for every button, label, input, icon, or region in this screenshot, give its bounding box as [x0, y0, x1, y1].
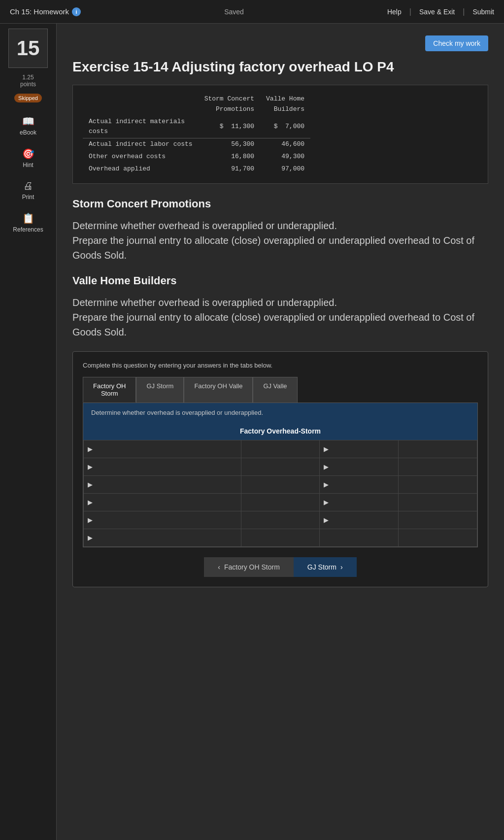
cell-col4 — [399, 493, 477, 511]
cell-arrow: ▶ — [84, 493, 241, 511]
tab-description: Determine whether overhead is overapplie… — [83, 403, 477, 422]
prev-button[interactable]: ‹ Factory OH Storm — [204, 557, 293, 577]
hint-icon: 🎯 — [22, 148, 34, 160]
next-arrow-icon: › — [340, 563, 343, 571]
cell-col2 — [241, 440, 320, 458]
table-row: ▶ — [84, 529, 477, 546]
ebook-label: eBook — [20, 129, 36, 136]
cell-arrow: ▶ — [84, 458, 241, 475]
nav-actions: Help | Save & Exit | Submit — [387, 7, 494, 16]
submit-link[interactable]: Submit — [472, 8, 494, 16]
main-layout: 15 1.25 points Skipped 📖 eBook 🎯 Hint 🖨 … — [0, 24, 504, 840]
cell-col2 — [241, 529, 320, 546]
tab-gj-valle[interactable]: GJ Valle — [253, 377, 297, 403]
cell-col2 — [241, 458, 320, 475]
tab-factory-oh-valle[interactable]: Factory OH Valle — [184, 377, 253, 403]
cell-col2 — [241, 493, 320, 511]
skipped-badge: Skipped — [14, 94, 42, 102]
cell-col4 — [399, 440, 477, 458]
cell-col3: ▶ — [320, 511, 399, 529]
valle-section-heading: Valle Home Builders — [72, 274, 488, 287]
print-label: Print — [22, 194, 34, 201]
table-row: ▶ ▶ — [84, 458, 477, 475]
ebook-icon: 📖 — [22, 115, 34, 127]
references-icon: 📋 — [22, 212, 34, 224]
cell-col2 — [241, 475, 320, 493]
tab-gj-storm[interactable]: GJ Storm — [136, 377, 184, 403]
save-exit-link[interactable]: Save & Exit — [419, 8, 455, 16]
storm-section-heading: Storm Concert Promotions — [72, 198, 488, 210]
cell-col4 — [399, 475, 477, 493]
valle-instructions: Determine whether overhead is overapplie… — [72, 295, 488, 339]
print-icon: 🖨 — [23, 180, 33, 192]
cell-col4 — [399, 458, 477, 475]
cell-col4 — [399, 511, 477, 529]
exercise-title: Exercise 15-14 Adjusting factory overhea… — [72, 59, 488, 75]
oh-table-header: Factory Overhead-Storm — [83, 422, 477, 440]
cell-col4 — [399, 529, 477, 546]
question-number: 15 — [17, 36, 40, 60]
next-button-label: GJ Storm — [307, 563, 336, 571]
check-my-work-button[interactable]: Check my work — [425, 35, 488, 51]
tab-factory-oh-storm[interactable]: Factory OHStorm — [83, 377, 136, 403]
top-navigation: Ch 15: Homework i Saved Help | Save & Ex… — [0, 0, 504, 24]
cell-col3: ▶ — [320, 440, 399, 458]
sidebar-item-hint[interactable]: 🎯 Hint — [0, 143, 56, 173]
table-row: ▶ ▶ — [84, 493, 477, 511]
oh-table: ▶ ▶ ▶ ▶ ▶ — [83, 440, 477, 547]
sidebar-item-references[interactable]: 📋 References — [0, 207, 56, 238]
references-label: References — [13, 226, 43, 233]
question-number-box: 15 — [8, 29, 48, 68]
tab-content: Determine whether overhead is overapplie… — [83, 403, 478, 547]
data-table: Storm ConcertPromotions Valle HomeBuilde… — [72, 85, 488, 184]
info-icon[interactable]: i — [72, 7, 81, 16]
cell-col3: ▶ — [320, 493, 399, 511]
complete-instruction: Complete this question by entering your … — [83, 362, 478, 369]
cell-arrow: ▶ — [84, 475, 241, 493]
cell-arrow: ▶ — [84, 511, 241, 529]
cell-arrow: ▶ — [84, 529, 241, 546]
nav-title: Ch 15: Homework i — [10, 7, 81, 16]
saved-status: Saved — [81, 8, 387, 16]
hint-label: Hint — [23, 162, 33, 168]
table-row: ▶ ▶ — [84, 475, 477, 493]
prev-arrow-icon: ‹ — [218, 563, 220, 571]
navigation-buttons: ‹ Factory OH Storm GJ Storm › — [83, 557, 478, 577]
points-info: 1.25 points — [20, 74, 36, 88]
storm-instructions: Determine whether overhead is overapplie… — [72, 218, 488, 263]
help-link[interactable]: Help — [387, 8, 402, 16]
next-button[interactable]: GJ Storm › — [294, 557, 357, 577]
chapter-label: Ch 15: Homework — [10, 7, 69, 16]
sidebar-item-ebook[interactable]: 📖 eBook — [0, 110, 56, 141]
table-row: ▶ ▶ — [84, 440, 477, 458]
cell-col3: ▶ — [320, 458, 399, 475]
prev-button-label: Factory OH Storm — [224, 563, 280, 571]
cell-col3: ▶ — [320, 475, 399, 493]
oh-table-container: Factory Overhead-Storm ▶ ▶ ▶ ▶ — [83, 422, 477, 547]
table-row: ▶ ▶ — [84, 511, 477, 529]
main-content: Check my work Exercise 15-14 Adjusting f… — [57, 24, 504, 840]
cell-col3 — [320, 529, 399, 546]
cell-col2 — [241, 511, 320, 529]
content-header: Check my work — [72, 35, 488, 51]
cell-arrow: ▶ — [84, 440, 241, 458]
complete-question-box: Complete this question by entering your … — [72, 351, 488, 587]
sidebar: 15 1.25 points Skipped 📖 eBook 🎯 Hint 🖨 … — [0, 24, 57, 840]
tabs-row: Factory OHStorm GJ Storm Factory OH Vall… — [83, 377, 478, 403]
sidebar-item-print[interactable]: 🖨 Print — [0, 175, 56, 205]
